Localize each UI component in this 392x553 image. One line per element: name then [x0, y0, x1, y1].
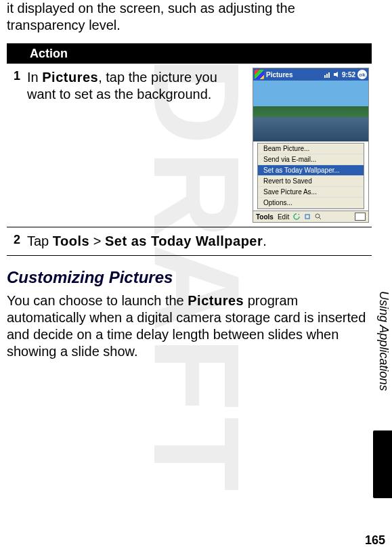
device-photo: [253, 81, 368, 141]
section-heading: Customizing Pictures: [7, 268, 372, 287]
menu-item-send: Send via E-mail...: [258, 154, 364, 165]
page-content: it displayed on the screen, such as adju…: [0, 0, 392, 553]
keyboard-icon: [355, 213, 366, 221]
step-number: 1: [7, 68, 24, 223]
windows-icon: [255, 70, 264, 79]
text-fragment: You can choose to launch the: [7, 293, 188, 308]
text-fragment: Tap: [27, 234, 53, 248]
text-bold: Pictures: [42, 70, 98, 85]
rotate-icon: [293, 213, 300, 220]
text-bold: Set as Today Wallpaper: [105, 234, 263, 248]
speaker-icon: [333, 71, 340, 78]
svg-rect-0: [324, 75, 326, 78]
step-text: In Pictures, tap the picture you want to…: [24, 68, 253, 223]
menu-item-revert: Revert to Saved: [258, 176, 364, 187]
svg-rect-2: [328, 72, 330, 78]
svg-marker-4: [298, 214, 299, 215]
toolbar-edit: Edit: [278, 213, 289, 221]
menu-item-set-wallpaper: Set as Today Wallpaper...: [258, 165, 364, 176]
svg-rect-1: [326, 74, 328, 78]
device-toolbar: Tools Edit: [253, 211, 368, 222]
table-row: 2 Tap Tools > Set as Today Wallpaper.: [7, 227, 372, 255]
menu-item-beam: Beam Picture...: [258, 143, 364, 154]
svg-line-7: [319, 217, 321, 219]
step-text: Tap Tools > Set as Today Wallpaper.: [24, 231, 372, 251]
text-fragment: In: [27, 70, 42, 85]
status-icons: 9:52 ok: [324, 70, 367, 79]
intro-paragraph: it displayed on the screen, such as adju…: [7, 0, 372, 34]
action-table: Action 1 In Pictures, tap the picture yo…: [7, 43, 372, 256]
menu-item-save-as: Save Picture As...: [258, 187, 364, 198]
step-number: 2: [7, 231, 24, 251]
zoom-icon: [315, 213, 322, 220]
device-titlebar: Pictures 9:52 ok: [253, 68, 368, 81]
svg-marker-3: [334, 72, 338, 77]
crop-icon: [304, 213, 311, 220]
context-menu: Beam Picture... Send via E-mail... Set a…: [257, 143, 364, 209]
text-fragment: .: [263, 234, 267, 248]
device-time: 9:52: [342, 71, 355, 79]
action-header: Action: [7, 44, 372, 64]
svg-rect-5: [305, 215, 309, 219]
table-row: 1 In Pictures, tap the picture you want …: [7, 64, 372, 227]
body-paragraph: You can choose to launch the Pictures pr…: [7, 292, 372, 360]
text-bold: Tools: [53, 234, 89, 248]
menu-item-options: Options...: [258, 198, 364, 208]
embedded-screenshot: Pictures 9:52 ok Beam Picture... Send vi…: [253, 68, 372, 223]
text-bold: Pictures: [188, 293, 244, 308]
signal-icon: [324, 71, 331, 78]
device-mock: Pictures 9:52 ok Beam Picture... Send vi…: [253, 68, 369, 223]
toolbar-tools: Tools: [256, 213, 274, 221]
device-title: Pictures: [266, 71, 322, 79]
text-fragment: >: [89, 234, 105, 248]
ok-button: ok: [357, 70, 367, 79]
